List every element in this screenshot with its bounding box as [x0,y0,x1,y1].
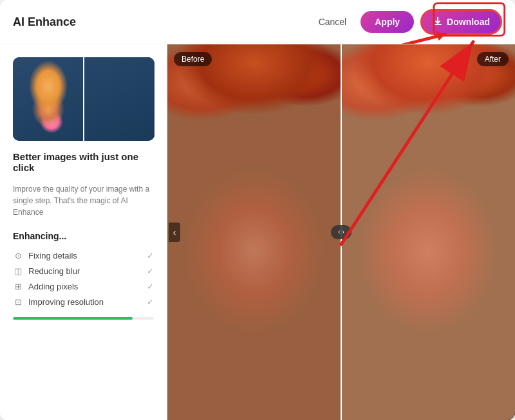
main-content: Better images with just one click Improv… [0,44,515,420]
download-button[interactable]: Download [420,9,502,35]
page-title: AI Enhance [13,15,76,29]
check-icon-3: ✓ [147,297,154,307]
pixel-icon: ⊞ [13,281,23,291]
svg-rect-0 [434,24,442,25]
check-icon-1: ✓ [147,266,154,276]
svg-line-2 [357,34,445,44]
enhancing-section: Enhancing... ⊙ Fixing details ✓ ◫ Reduci… [13,231,154,320]
blur-icon: ◫ [13,266,23,276]
right-arrow-icon: › [342,229,344,235]
progress-bar-fill [13,317,133,320]
resolution-icon: ⊡ [13,297,23,307]
after-image [341,44,515,420]
cancel-button[interactable]: Cancel [311,12,355,32]
progress-bar-container [13,317,154,320]
before-image [167,44,341,420]
comparison-container: Before After ‹ › ‹ [167,44,515,420]
right-panel: Before After ‹ › ‹ [167,44,515,420]
download-icon [433,17,443,27]
enhancing-title: Enhancing... [13,231,154,241]
before-label: Before [174,52,212,66]
comparison-after: After [341,44,515,420]
header-actions: Cancel Apply Download [311,9,502,35]
panel-description: Improve the quality of your image with a… [13,183,154,218]
list-item: ⊙ Fixing details ✓ [13,248,154,263]
split-line [83,57,84,141]
check-icon-0: ✓ [147,251,154,260]
list-item: ⊞ Adding pixels ✓ [13,278,154,294]
list-item: ⊡ Improving resolution ✓ [13,294,154,309]
circle-detail-icon: ⊙ [13,250,23,260]
apply-button[interactable]: Apply [360,11,414,33]
left-panel: Better images with just one click Improv… [0,44,167,420]
app-container: AI Enhance Cancel Apply Download [0,0,515,420]
after-label: After [477,52,509,66]
panel-heading: Better images with just one click [13,151,154,173]
left-arrow-icon: ‹ [338,229,340,235]
comparison-handle[interactable]: ‹ › [331,225,351,239]
header: AI Enhance Cancel Apply Download [0,0,515,44]
list-item: ◫ Reducing blur ✓ [13,263,154,278]
check-icon-2: ✓ [147,282,154,291]
preview-thumbnail [13,57,154,141]
comparison-before: Before [167,44,341,420]
scroll-left-button[interactable]: ‹ [169,223,180,242]
